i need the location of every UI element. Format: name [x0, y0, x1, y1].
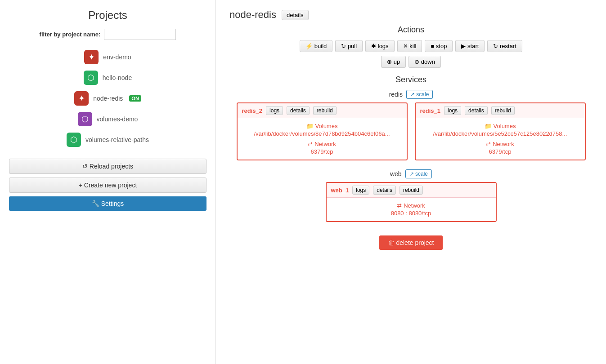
start-button[interactable]: ▶ start [455, 40, 485, 52]
delete-row: 🗑 🗑 delete projectdelete project [229, 235, 593, 250]
redis-1-details-button[interactable]: details [465, 106, 488, 115]
web-1-rebuild-button[interactable]: rebuild [400, 186, 423, 195]
restart-button[interactable]: ↻ restart [487, 40, 522, 52]
redis-1-logs-button[interactable]: logs [444, 106, 461, 115]
sidebar-buttons: ↺ Reload projects + Create new project 🔧… [9, 159, 206, 211]
redis-1-body: 📁 Volumes /var/lib/docker/volumes/5e52ce… [416, 118, 585, 160]
hello-node-name: hello-node [103, 74, 132, 81]
settings-button[interactable]: 🔧 Settings [9, 196, 206, 211]
up-button[interactable]: ⊕ up [381, 56, 406, 68]
web-scale-button[interactable]: ↗ scale [405, 169, 432, 178]
stop-button[interactable]: ■ stop [425, 40, 453, 52]
services-section: Services redis ↗ scale redis_2 logs deta… [229, 75, 593, 222]
redis-1-name: redis_1 [420, 107, 441, 114]
redis-1-header: redis_1 logs details rebuild [416, 103, 585, 118]
build-button[interactable]: ⚡ ⚡ buildbuild [300, 40, 332, 52]
redis-1-network-label: ⇄ Network [420, 141, 580, 147]
redis-2-name: redis_2 [242, 107, 263, 114]
volumes-relative-paths-name: volumes-relative-paths [85, 136, 149, 143]
env-demo-icon: ✦ [84, 50, 99, 64]
reload-projects-button[interactable]: ↺ Reload projects [9, 159, 206, 174]
redis-2-network-label: ⇄ Network [242, 141, 402, 147]
web-1-name: web_1 [331, 187, 349, 194]
web-1-body: ⇄ Network 8080 : 8080/tcp [327, 198, 496, 221]
redis-2-body: 📁 Volumes /var/lib/docker/volumes/8e7d78… [238, 118, 407, 160]
project-list: ✦env-demo⬡hello-node✦node-redisON⬡volume… [9, 49, 206, 148]
node-redis-icon: ✦ [74, 91, 89, 106]
sidebar: Projects filter by project name: ✦env-de… [0, 0, 216, 364]
logs-button[interactable]: ✱ logs [365, 40, 394, 52]
actions-row-1: ⚡ ⚡ buildbuild ↻ pull ✱ logs ✕ kill ■ st… [229, 40, 593, 52]
sidebar-item-volumes-relative-paths[interactable]: ⬡volumes-relative-paths [65, 132, 151, 148]
hello-node-icon: ⬡ [84, 71, 98, 85]
redis-2-rebuild-button[interactable]: rebuild [313, 106, 337, 115]
project-header: node-redis details [229, 9, 593, 21]
pull-button[interactable]: ↻ pull [335, 40, 363, 52]
web-1-details-button[interactable]: details [373, 186, 396, 195]
main-content: node-redis details Actions ⚡ ⚡ buildbuil… [216, 0, 606, 364]
redis-1-network-value: 6379/tcp [420, 148, 580, 155]
kill-button[interactable]: ✕ kill [397, 40, 422, 52]
web-1-network-label: ⇄ Network [331, 202, 491, 209]
sidebar-item-volumes-demo[interactable]: ⬡volumes-demo [76, 111, 140, 127]
env-demo-name: env-demo [103, 53, 131, 61]
sidebar-title: Projects [88, 9, 127, 22]
redis-2-details-button[interactable]: details [287, 106, 310, 115]
redis-2-volumes-label: 📁 Volumes [242, 123, 402, 129]
actions-title: Actions [229, 25, 593, 35]
actions-row-2: ⊕ up ⊖ down [229, 56, 593, 68]
delete-project-button[interactable]: 🗑 🗑 delete projectdelete project [379, 235, 443, 250]
redis-containers-row: redis_2 logs details rebuild 📁 Volumes /… [229, 102, 593, 160]
redis-scale-button[interactable]: ↗ scale [406, 90, 433, 99]
create-project-button[interactable]: + Create new project [9, 178, 206, 193]
filter-input[interactable] [104, 29, 176, 40]
web-service: web ↗ scale web_1 logs details rebuild ⇄… [229, 169, 593, 222]
redis-2-card: redis_2 logs details rebuild 📁 Volumes /… [237, 102, 408, 160]
redis-service-name: redis [389, 91, 403, 98]
filter-label: filter by project name: [40, 31, 101, 38]
sidebar-item-node-redis[interactable]: ✦node-redisON [72, 90, 143, 107]
sidebar-item-env-demo[interactable]: ✦env-demo [82, 49, 133, 65]
services-title: Services [229, 75, 593, 84]
node-redis-name: node-redis [93, 95, 123, 102]
redis-1-rebuild-button[interactable]: rebuild [491, 106, 515, 115]
web-containers-row: web_1 logs details rebuild ⇄ Network 808… [229, 182, 593, 222]
redis-2-volumes-path: /var/lib/docker/volumes/8e7d78bd9254b04c… [242, 130, 402, 137]
redis-2-network-value: 6379/tcp [242, 148, 402, 155]
redis-label-row: redis ↗ scale [229, 90, 593, 99]
redis-2-header: redis_2 logs details rebuild [238, 103, 407, 118]
sidebar-item-hello-node[interactable]: ⬡hello-node [82, 70, 134, 86]
redis-service: redis ↗ scale redis_2 logs details rebui… [229, 90, 593, 160]
redis-1-volumes-label: 📁 Volumes [420, 123, 580, 129]
volumes-relative-paths-icon: ⬡ [67, 133, 81, 147]
volumes-demo-name: volumes-demo [97, 115, 138, 123]
redis-2-logs-button[interactable]: logs [266, 106, 283, 115]
project-title: node-redis [229, 9, 276, 21]
web-1-logs-button[interactable]: logs [352, 186, 369, 195]
project-details-button[interactable]: details [282, 10, 309, 20]
filter-row: filter by project name: [9, 29, 206, 40]
volumes-demo-icon: ⬡ [78, 112, 92, 126]
node-redis-badge: ON [129, 95, 141, 102]
web-service-name: web [390, 170, 402, 178]
down-button[interactable]: ⊖ down [408, 56, 441, 68]
web-1-network-value: 8080 : 8080/tcp [331, 210, 491, 217]
web-1-card: web_1 logs details rebuild ⇄ Network 808… [326, 182, 497, 222]
redis-1-card: redis_1 logs details rebuild 📁 Volumes /… [415, 102, 586, 160]
web-label-row: web ↗ scale [229, 169, 593, 178]
web-1-header: web_1 logs details rebuild [327, 183, 496, 198]
redis-1-volumes-path: /var/lib/docker/volumes/5e52ce57c125e802… [420, 130, 580, 137]
